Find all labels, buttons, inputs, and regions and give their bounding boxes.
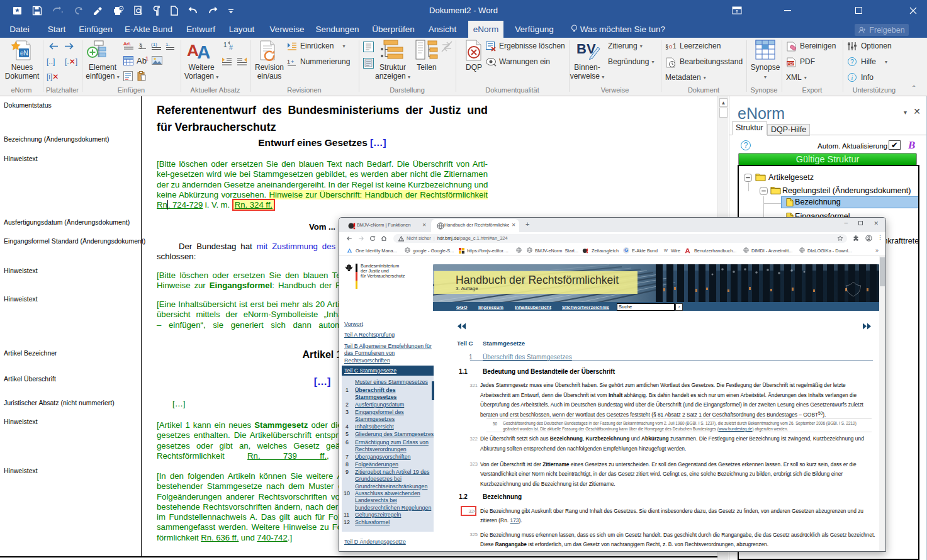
svg-text:Art.: Art. [123,41,131,47]
svg-text:(1): (1) [151,42,157,47]
svg-text:PDF: PDF [787,62,795,65]
svg-text:Handbuch der Rechtsförmlichkei: Handbuch der Rechtsförmlichkeit [456,274,619,286]
svg-text:3. Auflage: 3. Auflage [456,286,478,291]
svg-text:1: 1 [673,43,677,50]
svg-text:+: + [291,59,294,65]
svg-text:1: 1 [145,55,149,62]
svg-text:1: 1 [223,42,227,48]
svg-text:§: § [665,42,669,50]
svg-text:§: § [139,41,143,48]
svg-text:1.: 1. [166,42,170,47]
svg-text:eN: eN [20,50,28,57]
svg-text:#: # [229,43,233,51]
svg-text:o: o [669,43,672,50]
svg-text:A: A [197,42,210,61]
svg-text:1: 1 [287,59,290,65]
